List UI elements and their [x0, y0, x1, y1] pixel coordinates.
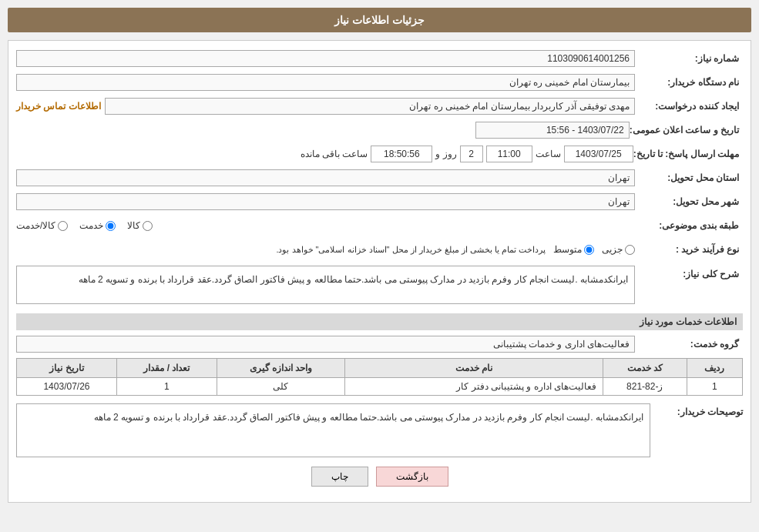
- col-date: تاریخ نیاز: [17, 359, 117, 378]
- city-value: تهران: [16, 193, 635, 210]
- back-button[interactable]: بازگشت: [376, 467, 448, 487]
- process-jozi-label: جزیی: [602, 244, 623, 255]
- category-khedmat-label: خدمت: [79, 220, 103, 231]
- response-deadline-label: مهلت ارسال پاسخ: تا تاریخ:: [633, 149, 743, 159]
- print-button[interactable]: چاپ: [311, 467, 368, 487]
- process-motavasset-label: متوسط: [553, 244, 582, 255]
- process-note: پرداخت تمام یا بخشی از مبلغ خریدار از مح…: [276, 245, 546, 255]
- category-kala-option[interactable]: کالا: [127, 220, 153, 231]
- col-service-code: کد خدمت: [603, 359, 687, 378]
- category-radio-group: کالا خدمت کالا/خدمت: [16, 220, 635, 231]
- cell-row-num: 1: [687, 378, 742, 396]
- creator-value: مهدی توفیقی آذر کاربردار بیمارستان امام …: [105, 98, 635, 115]
- contact-link[interactable]: اطلاعات تماس خریدار: [16, 101, 101, 112]
- description-text: ایرانکدمشابه .لیست انجام کار وفرم بازدید…: [16, 266, 635, 304]
- category-both-option[interactable]: کالا/خدمت: [16, 220, 68, 231]
- creator-label: ایجاد کننده درخواست:: [635, 101, 743, 112]
- button-row: بازگشت چاپ: [16, 467, 743, 494]
- remaining-label: ساعت باقی مانده: [301, 149, 368, 159]
- response-time: 11:00: [486, 146, 532, 162]
- need-number-label: شماره نیاز:: [635, 53, 743, 64]
- response-days: 2: [460, 146, 483, 162]
- page-header: جزئیات اطلاعات نیاز: [8, 8, 751, 32]
- service-group-label: گروه خدمت:: [635, 339, 743, 350]
- cell-service-code: ز-82-821: [603, 378, 687, 396]
- category-kala-label: کالا: [127, 220, 140, 231]
- category-both-radio[interactable]: [58, 221, 68, 231]
- col-quantity: تعداد / مقدار: [116, 359, 217, 378]
- col-unit: واحد اندازه گیری: [217, 359, 344, 378]
- table-row: 1 ز-82-821 فعالیت‌های اداره و پشتیبانی د…: [17, 378, 743, 396]
- process-motavasset-option[interactable]: متوسط: [553, 244, 594, 255]
- category-kala-radio[interactable]: [143, 221, 153, 231]
- cell-service-name: فعالیت‌های اداره و پشتیبانی دفتر کار: [345, 378, 603, 396]
- response-date: 1403/07/25: [564, 146, 633, 162]
- province-label: استان محل تحویل:: [635, 172, 743, 183]
- cell-quantity: 1: [116, 378, 217, 396]
- remaining-time: 18:50:56: [371, 146, 432, 162]
- days-label: روز و: [435, 149, 456, 159]
- cell-date: 1403/07/26: [17, 378, 117, 396]
- buyer-org-label: نام دستگاه خریدار:: [635, 77, 743, 88]
- category-khedmat-radio[interactable]: [106, 221, 116, 231]
- col-service-name: نام خدمت: [345, 359, 603, 378]
- service-group-value: فعالیت‌های اداری و خدمات پشتیبانی: [16, 336, 635, 353]
- process-label: نوع فرآیند خرید :: [635, 244, 743, 255]
- process-motavasset-radio[interactable]: [584, 245, 594, 255]
- description-label: شرح کلی نیاز:: [635, 266, 743, 279]
- category-both-label: کالا/خدمت: [16, 220, 55, 231]
- col-row-num: ردیف: [687, 359, 742, 378]
- category-label: طبقه بندی موضوعی:: [635, 220, 743, 231]
- need-number-value: 1103090614001256: [16, 50, 635, 67]
- process-jozi-radio[interactable]: [625, 245, 635, 255]
- cell-unit: کلی: [217, 378, 344, 396]
- process-jozi-option[interactable]: جزیی: [602, 244, 635, 255]
- province-value: تهران: [16, 169, 635, 186]
- page-title: جزئیات اطلاعات نیاز: [334, 14, 425, 26]
- category-khedmat-option[interactable]: خدمت: [79, 220, 116, 231]
- buyer-notes-label: توصیحات خریدار:: [650, 403, 743, 417]
- buyer-notes-text: ایرانکدمشابه .لیست انجام کار وفرم بازدید…: [16, 403, 650, 457]
- city-label: شهر محل تحویل:: [635, 196, 743, 207]
- announce-date-value: 1403/07/22 - 15:56: [475, 122, 630, 139]
- services-section-title: اطلاعات خدمات مورد نیاز: [16, 313, 743, 330]
- buyer-org-value: بیمارستان امام خمینی ره تهران: [16, 74, 635, 91]
- time-label: ساعت: [536, 149, 561, 159]
- services-table: ردیف کد خدمت نام خدمت واحد اندازه گیری ت…: [16, 358, 743, 396]
- announce-date-label: تاریخ و ساعت اعلان عمومی:: [630, 125, 743, 136]
